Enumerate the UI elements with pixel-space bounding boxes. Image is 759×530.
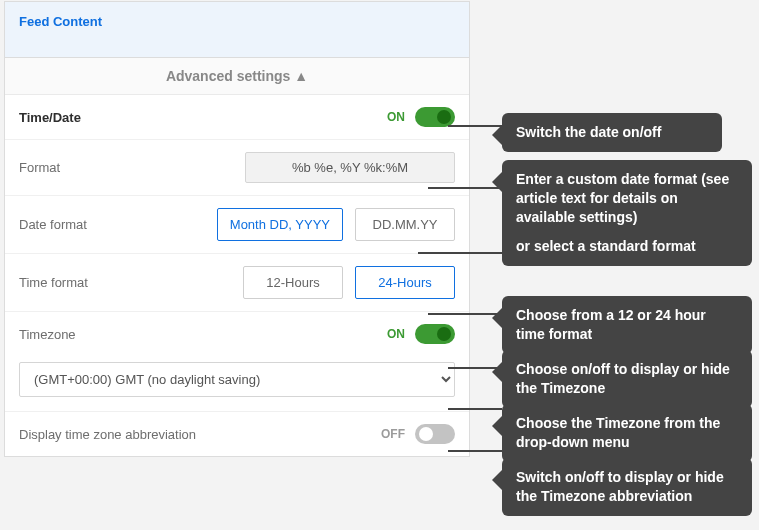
- callout-date-switch: Switch the date on/off: [502, 113, 722, 152]
- row-date-format: Date format Month DD, YYYY DD.MM.YY: [5, 196, 469, 254]
- row-timezone-abbrev: Display time zone abbreviation OFF: [5, 412, 469, 456]
- row-time-date: Time/Date ON: [5, 95, 469, 140]
- callout-timezone-abbrev: Switch on/off to display or hide the Tim…: [502, 458, 752, 516]
- time-date-label: Time/Date: [19, 110, 81, 125]
- timezone-toggle[interactable]: [415, 324, 455, 344]
- tab-feed-content[interactable]: Feed Content: [5, 2, 469, 58]
- leader-line: [448, 367, 502, 369]
- row-format: Format: [5, 140, 469, 196]
- format-label: Format: [19, 160, 60, 175]
- advanced-settings-toggle[interactable]: Advanced settings ▲: [5, 58, 469, 95]
- timezone-label: Timezone: [19, 327, 76, 342]
- timezone-state: ON: [387, 327, 405, 341]
- format-input[interactable]: [245, 152, 455, 183]
- timezone-abbrev-toggle[interactable]: [415, 424, 455, 444]
- callout-format: Enter a custom date format (see article …: [502, 160, 752, 266]
- callout-timezone-toggle: Choose on/off to display or hide the Tim…: [502, 350, 752, 408]
- timezone-abbrev-label: Display time zone abbreviation: [19, 427, 196, 442]
- time-date-state: ON: [387, 110, 405, 124]
- time-format-label: Time format: [19, 275, 88, 290]
- row-timezone: Timezone ON: [5, 312, 469, 356]
- time-format-option-2[interactable]: 24-Hours: [355, 266, 455, 299]
- advanced-settings-label: Advanced settings: [166, 68, 290, 84]
- row-timezone-select: (GMT+00:00) GMT (no daylight saving): [5, 356, 469, 412]
- leader-line: [428, 313, 502, 315]
- date-format-option-1[interactable]: Month DD, YYYY: [217, 208, 343, 241]
- chevron-up-icon: ▲: [294, 68, 308, 84]
- settings-panel: Feed Content Advanced settings ▲ Time/Da…: [4, 1, 470, 457]
- row-time-format: Time format 12-Hours 24-Hours: [5, 254, 469, 312]
- timezone-select[interactable]: (GMT+00:00) GMT (no daylight saving): [19, 362, 455, 397]
- leader-line: [448, 450, 502, 452]
- date-format-label: Date format: [19, 217, 87, 232]
- callout-timezone-select: Choose the Timezone from the drop-down m…: [502, 404, 752, 462]
- leader-line: [448, 125, 502, 127]
- leader-line: [428, 187, 502, 189]
- callout-time-format: Choose from a 12 or 24 hour time format: [502, 296, 752, 354]
- leader-line: [418, 252, 502, 254]
- tab-label: Feed Content: [19, 14, 102, 29]
- time-date-toggle[interactable]: [415, 107, 455, 127]
- timezone-abbrev-state: OFF: [381, 427, 405, 441]
- leader-line: [448, 408, 502, 410]
- time-format-option-1[interactable]: 12-Hours: [243, 266, 343, 299]
- date-format-option-2[interactable]: DD.MM.YY: [355, 208, 455, 241]
